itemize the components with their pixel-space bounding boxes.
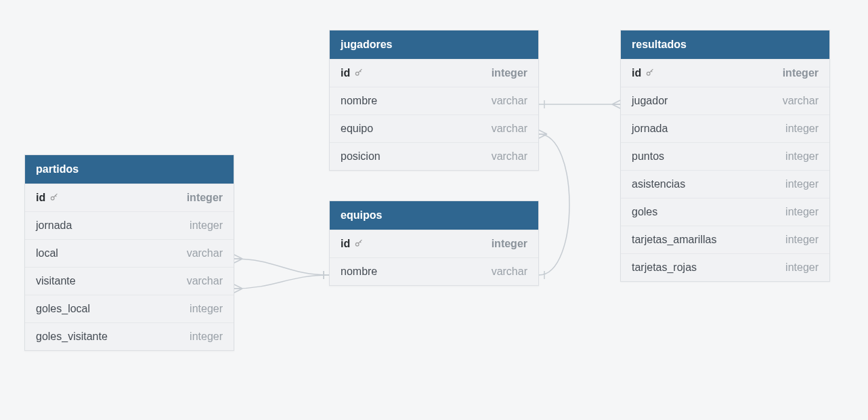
column-type: varchar xyxy=(187,275,223,287)
table-header-partidos: partidos xyxy=(25,155,234,184)
column-jugadores-nombre: nombrevarchar xyxy=(330,87,538,114)
column-type: integer xyxy=(785,123,819,135)
column-name: goles_visitante xyxy=(36,331,108,343)
column-type: integer xyxy=(785,150,819,163)
table-equipos[interactable]: equiposidintegernombrevarchar xyxy=(329,201,539,286)
column-type: integer xyxy=(783,67,819,79)
column-type: varchar xyxy=(492,123,527,135)
column-resultados-puntos: puntosinteger xyxy=(621,142,829,170)
column-type: integer xyxy=(190,219,223,232)
column-equipos-id: idinteger xyxy=(330,230,538,257)
column-type: integer xyxy=(190,303,223,315)
column-resultados-jornada: jornadainteger xyxy=(621,114,829,142)
column-jugadores-id: idinteger xyxy=(330,59,538,87)
column-resultados-asistencias: asistenciasinteger xyxy=(621,170,829,198)
column-name: goles_local xyxy=(36,303,90,315)
column-type: integer xyxy=(785,178,819,190)
column-name: nombre xyxy=(341,266,377,278)
column-type: varchar xyxy=(187,247,223,259)
column-name: nombre xyxy=(341,95,377,107)
column-type: integer xyxy=(190,331,223,343)
column-type: varchar xyxy=(783,95,819,107)
column-name: id xyxy=(341,67,364,79)
column-name: visitante xyxy=(36,275,76,287)
column-type: varchar xyxy=(492,95,527,107)
column-partidos-goles_visitante: goles_visitanteinteger xyxy=(25,322,234,350)
column-name: jugador xyxy=(632,95,668,107)
column-name: local xyxy=(36,247,58,259)
column-name: jornada xyxy=(36,219,72,232)
column-partidos-visitante: visitantevarchar xyxy=(25,267,234,295)
column-type: varchar xyxy=(492,150,527,163)
column-jugadores-equipo: equipovarchar xyxy=(330,114,538,142)
column-type: integer xyxy=(187,192,223,204)
column-partidos-goles_local: goles_localinteger xyxy=(25,295,234,322)
column-type: integer xyxy=(785,234,819,246)
column-name: goles xyxy=(632,206,657,218)
column-name: jornada xyxy=(632,123,668,135)
column-name: tarjetas_amarillas xyxy=(632,234,716,246)
column-partidos-id: idinteger xyxy=(25,184,234,211)
column-name: puntos xyxy=(632,150,664,163)
column-type: integer xyxy=(785,206,819,218)
table-header-equipos: equipos xyxy=(330,201,538,230)
column-name: id xyxy=(341,238,364,250)
column-partidos-jornada: jornadainteger xyxy=(25,211,234,239)
column-resultados-goles: golesinteger xyxy=(621,198,829,226)
table-header-jugadores: jugadores xyxy=(330,30,538,59)
column-name: posicion xyxy=(341,150,381,163)
column-resultados-jugador: jugadorvarchar xyxy=(621,87,829,114)
column-type: integer xyxy=(492,67,527,79)
column-resultados-tarjetas_amarillas: tarjetas_amarillasinteger xyxy=(621,226,829,253)
column-resultados-tarjetas_rojas: tarjetas_rojasinteger xyxy=(621,253,829,281)
column-resultados-id: idinteger xyxy=(621,59,829,87)
column-equipos-nombre: nombrevarchar xyxy=(330,257,538,285)
column-type: integer xyxy=(785,261,819,274)
column-name: equipo xyxy=(341,123,373,135)
column-type: integer xyxy=(492,238,527,250)
table-header-resultados: resultados xyxy=(621,30,829,59)
column-type: varchar xyxy=(492,266,527,278)
column-name: asistencias xyxy=(632,178,685,190)
column-name: id xyxy=(36,192,59,204)
column-partidos-local: localvarchar xyxy=(25,239,234,267)
table-jugadores[interactable]: jugadoresidintegernombrevarcharequipovar… xyxy=(329,30,539,171)
column-jugadores-posicion: posicionvarchar xyxy=(330,142,538,170)
table-resultados[interactable]: resultadosidintegerjugadorvarcharjornada… xyxy=(620,30,830,282)
table-partidos[interactable]: partidosidintegerjornadaintegerlocalvarc… xyxy=(24,154,234,351)
column-name: id xyxy=(632,67,655,79)
column-name: tarjetas_rojas xyxy=(632,261,697,274)
